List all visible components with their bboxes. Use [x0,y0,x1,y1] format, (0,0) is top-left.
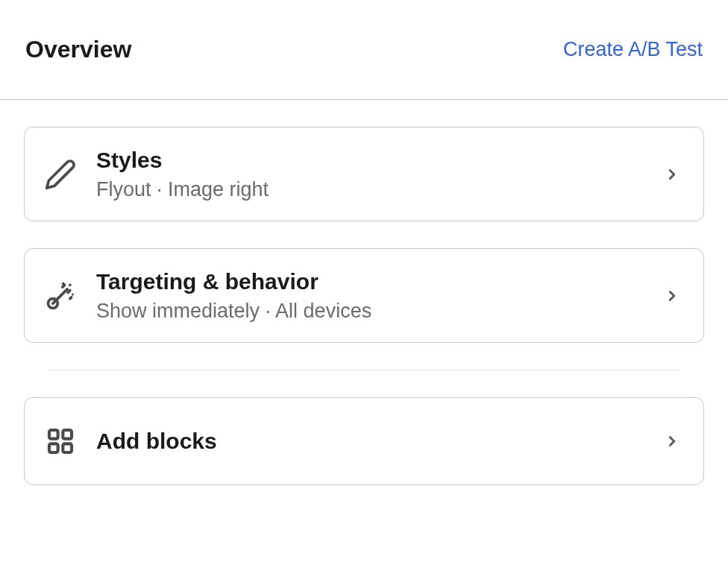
styles-subtitle: Flyout · Image right [96,178,663,201]
chevron-right-icon [663,432,681,450]
targeting-card[interactable]: Targeting & behavior Show immediately · … [24,248,704,343]
create-ab-test-link[interactable]: Create A/B Test [563,38,703,61]
pencil-icon [43,157,78,192]
svg-point-2 [72,293,74,295]
page-title: Overview [25,36,131,63]
svg-rect-4 [63,430,72,439]
chevron-right-icon [663,165,681,183]
styles-card[interactable]: Styles Flyout · Image right [24,127,704,221]
blocks-icon [43,423,78,459]
svg-rect-6 [63,444,72,452]
cards-container: Styles Flyout · Image right Targeting & … [0,100,728,485]
magic-wand-icon [43,278,78,314]
divider [48,370,680,370]
svg-point-1 [69,283,72,286]
styles-title: Styles [96,147,663,174]
add-blocks-title: Add blocks [96,429,663,454]
svg-rect-5 [49,444,58,452]
card-content: Add blocks [96,429,663,454]
card-content: Styles Flyout · Image right [96,147,663,201]
targeting-subtitle: Show immediately · All devices [96,300,663,323]
header: Overview Create A/B Test [0,0,728,100]
svg-rect-3 [49,430,58,439]
add-blocks-card[interactable]: Add blocks [24,397,704,485]
chevron-right-icon [663,287,681,305]
card-content: Targeting & behavior Show immediately · … [96,268,663,323]
targeting-title: Targeting & behavior [96,268,663,295]
